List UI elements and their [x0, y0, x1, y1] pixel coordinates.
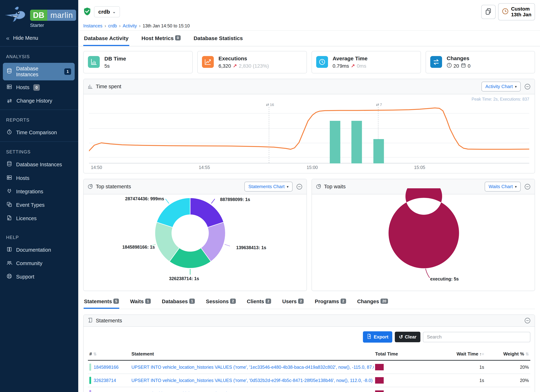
peak-note: Peak Time: 2s, Executions: 837: [89, 96, 529, 102]
scroll-icon: [88, 318, 93, 324]
kpi-delta: 0ms: [357, 63, 366, 69]
chevron-down-icon: ⌄: [112, 10, 116, 14]
instance-selector[interactable]: crdb ⌄: [94, 6, 120, 17]
export-button[interactable]: Export: [363, 331, 392, 342]
database-icon: [6, 68, 12, 75]
tab-badge: 2: [298, 298, 304, 304]
chevron-down-icon: ▾: [515, 184, 517, 189]
table-header-row: # ⇅ Statement Total Time Wait Time ↑≡ We…: [88, 348, 530, 360]
statement-id-link[interactable]: 1845898166: [94, 365, 119, 370]
tab-changes[interactable]: Changes20: [357, 297, 389, 309]
pie-chart-icon: [88, 184, 93, 190]
column-header-statement[interactable]: Statement: [130, 348, 374, 360]
kpi-value: 6,320: [218, 63, 231, 69]
series-color-chip: [89, 390, 91, 392]
sidebar-item-integrations[interactable]: Integrations: [3, 185, 75, 198]
tab-sessions[interactable]: Sessions2: [205, 297, 236, 309]
column-header-id[interactable]: # ⇅: [88, 348, 130, 360]
time-spent-chart: Peak Time: 2s, Executions: 837 ⇄16 ⇄7 14…: [84, 94, 535, 173]
tab-database-statistics[interactable]: Database Statistics: [193, 31, 244, 46]
kpi-average-time: Average Time 0.79ms ↗ 0ms: [311, 51, 421, 73]
health-shield-icon: [83, 7, 91, 16]
table-row: 139638413 SELECT city, id FROM vehicles …: [88, 387, 530, 392]
tab-databases[interactable]: Databases1: [161, 297, 195, 309]
donut-label: executing: 5s: [430, 276, 459, 282]
column-header-weight[interactable]: Weight % ⇅: [485, 348, 530, 360]
sidebar-item-database-instances[interactable]: Database Instances 1: [3, 63, 75, 80]
donut-segment[interactable]: [190, 198, 224, 228]
tab-clients[interactable]: Clients2: [246, 297, 272, 309]
sidebar-item-licences[interactable]: Licences: [3, 212, 75, 225]
collapse-panel-icon[interactable]: [296, 184, 303, 190]
statement-link[interactable]: UPSERT INTO vehicle_location_histories V…: [131, 378, 373, 383]
changes-info-count: 20: [454, 63, 459, 69]
statements-chart-selector[interactable]: Statements Chart ▾: [244, 182, 292, 192]
swap-arrows-icon: ⇄: [6, 97, 13, 104]
sidebar-item-change-history[interactable]: ⇄ Change History: [3, 94, 75, 107]
overlapping-squares-icon: [6, 202, 12, 208]
series-color-chip: [89, 377, 91, 384]
logo-db-badge: DB: [30, 10, 47, 21]
tab-users[interactable]: Users2: [282, 297, 304, 309]
breadcrumb-link-instances[interactable]: Instances: [83, 23, 102, 29]
tab-waits[interactable]: Waits1: [130, 297, 151, 309]
breadcrumb-link-crdb[interactable]: crdb: [108, 23, 117, 29]
tab-badge: 2: [340, 298, 346, 304]
stopwatch-icon: [6, 129, 12, 136]
sidebar-item-hosts[interactable]: Hosts 0: [3, 81, 75, 94]
change-marker-2[interactable]: ⇄7: [375, 103, 383, 107]
tab-badge: 2: [265, 298, 271, 304]
tab-database-activity[interactable]: Database Activity: [83, 31, 129, 46]
sidebar-item-community[interactable]: Community: [3, 257, 75, 270]
collapse-panel-icon[interactable]: [524, 184, 531, 190]
top-statements-panel: Top statements Statements Chart ▾: [83, 179, 307, 291]
statement-id-link[interactable]: 326238714: [94, 378, 116, 383]
sort-icon: ⇅: [93, 352, 97, 356]
donut-segment[interactable]: [157, 198, 190, 228]
sidebar-item-settings-database-instances[interactable]: Database Instances: [3, 158, 75, 171]
marlin-fish-icon: [4, 5, 28, 27]
time-range-button[interactable]: Custom 13th Jan: [498, 3, 535, 20]
breadcrumb-link-activity[interactable]: Activity: [123, 23, 137, 29]
statement-link[interactable]: SELECT city, id FROM vehicles WHERE city…: [131, 391, 240, 392]
column-header-total-time[interactable]: Total Time: [374, 348, 419, 360]
top-waits-panel: Top waits Waits Chart ▾ executing: 5s: [311, 179, 535, 291]
tab-badge: 20: [380, 298, 388, 304]
tab-statements[interactable]: Statements5: [84, 297, 119, 309]
copy-button[interactable]: [481, 5, 496, 19]
waits-chart-selector[interactable]: Waits Chart ▾: [485, 182, 521, 192]
db-time-line: [89, 108, 529, 151]
breadcrumb: Instances › crdb › Activity › 13th Jan 1…: [83, 23, 535, 29]
tab-host-metrics[interactable]: Host Metrics0: [141, 31, 181, 46]
weight-value: 20%: [485, 387, 530, 392]
sidebar-item-time-comparison[interactable]: Time Comparison: [3, 126, 75, 139]
tab-badge: 5: [113, 298, 119, 304]
sidebar-item-support[interactable]: Support: [3, 270, 75, 283]
statement-link[interactable]: UPSERT INTO vehicle_location_histories V…: [131, 365, 374, 370]
line-chart-icon: [202, 56, 214, 69]
search-input[interactable]: [423, 332, 530, 342]
total-time-bar: [375, 390, 384, 392]
time-spent-panel: Time spent Activity Chart ▾ Peak Time: 2…: [83, 79, 535, 174]
breadcrumb-current: 13th Jan 14:50 to 15:10: [143, 23, 190, 29]
donut-segment[interactable]: [389, 188, 459, 268]
statement-id-link[interactable]: 139638413: [94, 391, 116, 392]
activity-chart-selector[interactable]: Activity Chart ▾: [481, 82, 521, 91]
clear-button[interactable]: ↺ Clear: [395, 332, 420, 342]
sidebar: DB marlin Starter « Hide Menu ANALYSIS D…: [0, 0, 78, 392]
sidebar-item-documentation[interactable]: Documentation: [3, 244, 75, 256]
dbmarlin-logo[interactable]: DB marlin Starter: [0, 0, 78, 30]
change-marker-1[interactable]: ⇄16: [265, 103, 275, 107]
tab-programs[interactable]: Programs2: [314, 297, 346, 309]
collapse-panel-icon[interactable]: [524, 317, 531, 324]
count-badge: 0: [33, 84, 40, 91]
topbar: crdb ⌄ Custom 13th Jan Instances › crdb …: [78, 0, 540, 31]
collapse-panel-icon[interactable]: [524, 83, 531, 90]
hide-menu-button[interactable]: « Hide Menu: [0, 30, 78, 47]
server-icon: [6, 84, 12, 91]
column-header-wait-time[interactable]: Wait Time ↑≡: [419, 348, 485, 360]
filter-icon: ≡: [482, 352, 484, 356]
weight-value: 20%: [485, 374, 530, 387]
sidebar-item-event-types[interactable]: Event Types: [3, 199, 75, 211]
sidebar-item-settings-hosts[interactable]: Hosts: [3, 172, 75, 184]
